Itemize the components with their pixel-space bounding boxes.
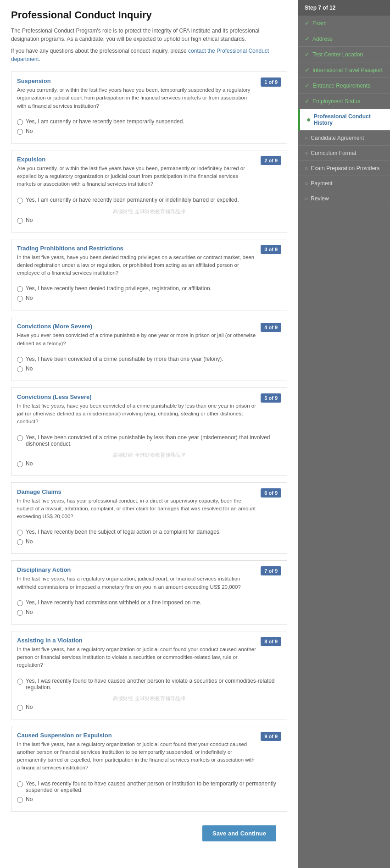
card-title-area-q7: Disciplinary Action In the last five yea… [17,566,256,591]
radio-group-q5: Yes, I have been convicted of a crime pu… [17,434,281,467]
radio-no-q5[interactable]: No [17,460,281,467]
radio-yes-input-q9[interactable] [17,781,23,787]
radio-yes-q3[interactable]: Yes, I have recently been denied trading… [17,285,281,292]
radio-yes-q8[interactable]: Yes, I was recently found to have caused… [17,678,281,691]
radio-no-input-q7[interactable] [17,610,23,616]
radio-group-q8: Yes, I was recently found to have caused… [17,678,281,711]
card-body-q5: Yes, I have been convicted of a crime pu… [11,434,287,475]
card-body-q3: Yes, I have recently been denied trading… [11,285,287,310]
question-title-q2: Expulsion [17,156,256,163]
save-continue-button[interactable]: Save and Continue [202,825,276,841]
card-header-q1: Suspension Are you currently, or within … [11,72,287,114]
radio-no-input-q9[interactable] [17,797,23,803]
sidebar: Step 7 of 12 ✓Exam✓Address✓Test Center L… [298,0,390,868]
radio-group-q6: Yes, I have recently been the subject of… [17,529,281,545]
active-dot-icon: ● [306,116,311,124]
radio-yes-input-q2[interactable] [17,198,23,204]
watermark-q5: 高顿财经 全球财税教育领导品牌 [17,450,281,460]
circle-icon: ○ [305,150,308,156]
sidebar-item-label: Employment Status [312,98,360,105]
question-text-q9: In the last five years, has a regulatory… [17,741,256,772]
badge-q3: 3 of 9 [261,245,281,254]
sidebar-item-exam[interactable]: ✓Exam [298,16,390,31]
badge-q2: 2 of 9 [261,156,281,165]
card-body-q4: Yes, I have been convicted of a crime pu… [11,356,287,381]
card-header-q6: Damage Claims In the last five years, ha… [11,483,287,525]
radio-no-q3[interactable]: No [17,295,281,302]
radio-no-input-q1[interactable] [17,129,23,135]
radio-yes-input-q5[interactable] [17,435,23,441]
radio-no-input-q3[interactable] [17,296,23,302]
sidebar-item-label: Review [311,195,329,202]
sidebar-item-payment[interactable]: ○Payment [298,176,390,191]
check-icon: ✓ [305,98,310,105]
radio-yes-q1[interactable]: Yes, I am currently or have recently bee… [17,118,281,125]
radio-yes-q7[interactable]: Yes, I have recently had commissions wit… [17,599,281,606]
radio-no-input-q5[interactable] [17,461,23,467]
radio-no-q6[interactable]: No [17,538,281,545]
sidebar-item-agreement[interactable]: ○Candidate Agreement [298,131,390,146]
question-text-q2: Are you currently, or within the last fi… [17,165,256,188]
card-title-area-q6: Damage Claims In the last five years, ha… [17,488,256,521]
radio-no-q7[interactable]: No [17,609,281,616]
radio-yes-input-q6[interactable] [17,530,23,536]
radio-no-input-q2[interactable] [17,218,23,224]
question-text-q3: In the last five years, have you been de… [17,254,256,277]
questions-container: Suspension Are you currently, or within … [11,72,287,812]
card-body-q6: Yes, I have recently been the subject of… [11,529,287,553]
card-header-q2: Expulsion Are you currently, or within t… [11,150,287,192]
radio-yes-input-q4[interactable] [17,357,23,363]
question-card-q1: Suspension Are you currently, or within … [11,72,287,144]
check-icon: ✓ [305,35,310,42]
question-card-q4: Convictions (More Severe) Have you ever … [11,317,287,381]
radio-no-q9[interactable]: No [17,796,281,803]
sidebar-item-address[interactable]: ✓Address [298,31,390,47]
sidebar-item-entrance[interactable]: ✓Entrance Requirements [298,78,390,94]
radio-no-input-q6[interactable] [17,539,23,545]
radio-yes-q6[interactable]: Yes, I have recently been the subject of… [17,529,281,536]
sidebar-item-review[interactable]: ○Review [298,191,390,206]
sidebar-items-container: ✓Exam✓Address✓Test Center Location✓Inter… [298,16,390,206]
badge-q4: 4 of 9 [261,323,281,332]
radio-yes-input-q3[interactable] [17,286,23,292]
radio-yes-q5[interactable]: Yes, I have been convicted of a crime pu… [17,434,281,447]
card-header-q8: Assisting in a Violation In the last fiv… [11,631,287,673]
radio-no-q4[interactable]: No [17,365,281,372]
radio-yes-input-q7[interactable] [17,600,23,606]
card-body-q8: Yes, I was recently found to have caused… [11,678,287,719]
badge-q9: 9 of 9 [261,732,281,741]
sidebar-item-exam-prep[interactable]: ○Exam Preparation Providers [298,161,390,176]
radio-no-q8[interactable]: No [17,704,281,711]
sidebar-step-header: Step 7 of 12 [298,0,390,16]
sidebar-item-employment[interactable]: ✓Employment Status [298,94,390,109]
card-title-area-q8: Assisting in a Violation In the last fiv… [17,637,256,669]
check-icon: ✓ [305,82,310,89]
badge-q6: 6 of 9 [261,488,281,498]
radio-yes-q4[interactable]: Yes, I have been convicted of a crime pu… [17,356,281,363]
sidebar-item-conduct[interactable]: ●Professional Conduct History [298,109,390,131]
sidebar-item-test-center[interactable]: ✓Test Center Location [298,47,390,62]
question-text-q8: In the last five years, has a regulatory… [17,646,256,669]
radio-no-input-q4[interactable] [17,366,23,372]
radio-no-q1[interactable]: No [17,128,281,135]
question-card-q9: Caused Suspension or Expulsion In the la… [11,726,287,812]
sidebar-item-curriculum[interactable]: ○Curriculum Format [298,146,390,161]
radio-no-input-q8[interactable] [17,705,23,711]
radio-yes-q2[interactable]: Yes, I am currently or have recently bee… [17,197,281,204]
card-header-q4: Convictions (More Severe) Have you ever … [11,317,287,351]
question-title-q3: Trading Prohibitions and Restrictions [17,245,256,252]
sidebar-item-label: Candidate Agreement [311,135,364,141]
card-title-area-q4: Convictions (More Severe) Have you ever … [17,323,256,348]
radio-yes-input-q8[interactable] [17,679,23,685]
sidebar-item-passport[interactable]: ✓International Travel Passport [298,62,390,78]
badge-q5: 5 of 9 [261,393,281,403]
card-header-q5: Convictions (Less Severe) In the last fi… [11,388,287,430]
radio-group-q7: Yes, I have recently had commissions wit… [17,599,281,616]
badge-q1: 1 of 9 [261,77,281,87]
circle-icon: ○ [305,180,308,187]
sidebar-item-label: Test Center Location [312,51,363,58]
question-title-q4: Convictions (More Severe) [17,323,256,330]
radio-yes-input-q1[interactable] [17,119,23,125]
radio-yes-q9[interactable]: Yes, I was recently found to have caused… [17,780,281,793]
radio-no-q2[interactable]: No [17,217,281,224]
